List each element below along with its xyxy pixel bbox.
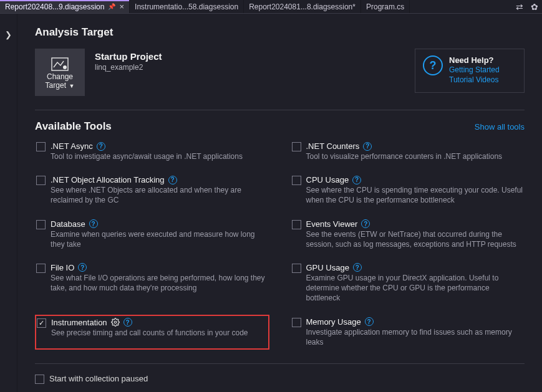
tool-desc: See where the CPU is spending time execu… — [306, 185, 524, 205]
tab-label: Report202408...9.diagsession — [5, 2, 104, 11]
dirty-indicator: * — [352, 2, 356, 11]
info-icon[interactable]: ? — [365, 317, 374, 326]
tab-label: Report2024081...8.diagsession — [249, 2, 352, 11]
tool-name: Database — [51, 219, 85, 229]
tool-database: Database ? Examine when queries were exe… — [35, 217, 269, 252]
available-tools-heading: Available Tools — [35, 120, 112, 133]
info-icon[interactable]: ? — [363, 142, 372, 151]
tab-program-cs[interactable]: Program.cs — [361, 0, 410, 13]
tool-name: File IO — [51, 263, 74, 272]
svg-point-2 — [114, 321, 117, 323]
tool-file-io: File IO ? See what File I/O operations a… — [35, 261, 269, 306]
net-counters-checkbox[interactable] — [292, 142, 301, 151]
memory-usage-checkbox[interactable] — [292, 318, 301, 327]
tab-label: Program.cs — [366, 2, 404, 11]
gear-icon[interactable]: ✿ — [527, 2, 542, 12]
svg-point-1 — [63, 65, 67, 69]
tool-desc: See precise timing and call counts of fu… — [51, 328, 248, 338]
events-viewer-checkbox[interactable] — [292, 220, 301, 229]
tool-name: CPU Usage — [306, 175, 349, 184]
help-icon[interactable]: ? — [423, 55, 443, 75]
tool-gpu-usage: GPU Usage ? Examine GPU usage in your Di… — [291, 261, 525, 306]
divider — [35, 363, 525, 364]
divider — [35, 110, 525, 110]
tab-report-8[interactable]: Report2024081...8.diagsession* — [244, 0, 361, 13]
instrumentation-checkbox[interactable] — [37, 318, 46, 328]
tool-desc: Examine when queries were executed and m… — [51, 229, 268, 249]
left-gutter: ❯ — [0, 14, 17, 392]
gpu-usage-checkbox[interactable] — [292, 264, 301, 273]
file-io-checkbox[interactable] — [36, 264, 46, 273]
show-all-tools-link[interactable]: Show all tools — [475, 122, 525, 131]
cpu-usage-checkbox[interactable] — [292, 176, 301, 185]
close-icon[interactable]: × — [119, 2, 124, 11]
tab-bar: Report202408...9.diagsession 📌 × Instrum… — [0, 0, 542, 14]
net-async-checkbox[interactable] — [36, 142, 46, 151]
startup-project-title: Startup Project — [95, 51, 162, 62]
help-title: Need Help? — [449, 55, 500, 65]
tool-name: Events Viewer — [306, 219, 358, 229]
tool-name: Memory Usage — [306, 317, 361, 327]
tool-name: .NET Async — [51, 141, 93, 151]
tool-name: .NET Counters — [306, 141, 360, 151]
tool-events-viewer: Events Viewer ? See the events (ETW or N… — [291, 217, 525, 252]
tools-grid: .NET Async ? Tool to investigate async/a… — [35, 139, 525, 350]
tool-name: Instrumentation — [51, 318, 107, 327]
tool-desc: See the events (ETW or NetTrace) that oc… — [306, 229, 524, 249]
tool-net-counters: .NET Counters ? Tool to visualize perfor… — [291, 139, 525, 164]
main-panel: Analysis Target Change Target ▼ Startup … — [17, 14, 542, 392]
pin-icon[interactable]: 📌 — [108, 3, 115, 10]
tutorial-videos-link[interactable]: Tutorial Videos — [449, 75, 500, 85]
info-icon[interactable]: ? — [352, 176, 361, 184]
tool-desc: Tool to investigate async/await usage in… — [51, 151, 243, 161]
analysis-target-heading: Analysis Target — [35, 26, 525, 39]
chevron-down-icon: ▼ — [67, 83, 74, 89]
info-icon[interactable]: ? — [78, 263, 87, 272]
tab-label: Instrumentatio...58.diagsession — [135, 2, 238, 11]
tool-name: .NET Object Allocation Tracking — [51, 175, 165, 184]
tab-report-9[interactable]: Report202408...9.diagsession 📌 × — [0, 0, 130, 13]
tool-net-async: .NET Async ? Tool to investigate async/a… — [35, 139, 269, 164]
tool-desc: Investigate application memory to find i… — [306, 327, 524, 347]
info-icon[interactable]: ? — [123, 318, 132, 327]
start-paused-checkbox[interactable] — [35, 375, 44, 384]
chevron-right-icon[interactable]: ❯ — [5, 30, 12, 392]
info-icon[interactable]: ? — [89, 219, 98, 228]
tool-name: GPU Usage — [306, 263, 349, 272]
tool-instrumentation: Instrumentation ? See precise timing and… — [35, 315, 269, 350]
info-icon[interactable]: ? — [361, 219, 370, 228]
startup-project-name: linq_example2 — [95, 63, 162, 72]
gear-icon[interactable] — [111, 318, 120, 327]
info-icon[interactable]: ? — [353, 263, 362, 272]
tool-memory-usage: Memory Usage ? Investigate application m… — [291, 315, 525, 350]
tab-instrumentation-58[interactable]: Instrumentatio...58.diagsession — [130, 0, 244, 13]
tool-desc: Examine GPU usage in your DirectX applic… — [306, 273, 524, 304]
getting-started-link[interactable]: Getting Started — [449, 65, 500, 75]
change-target-button[interactable]: Change Target ▼ — [35, 49, 85, 96]
info-icon[interactable]: ? — [97, 142, 105, 151]
tool-net-obj-alloc: .NET Object Allocation Tracking ? See wh… — [35, 173, 269, 208]
tool-cpu-usage: CPU Usage ? See where the CPU is spendin… — [291, 173, 525, 208]
tool-desc: Tool to visualize performance counters i… — [306, 151, 503, 161]
tool-desc: See where .NET Objects are allocated and… — [51, 185, 268, 205]
info-icon[interactable]: ? — [168, 176, 177, 184]
start-paused-label: Start with collection paused — [49, 374, 148, 383]
net-obj-alloc-checkbox[interactable] — [36, 176, 46, 185]
change-target-icon — [51, 57, 69, 71]
tool-desc: See what File I/O operations are being p… — [51, 273, 268, 293]
help-card: ? Need Help? Getting Started Tutorial Vi… — [415, 49, 525, 93]
tabwell-overflow-icon[interactable]: ⇄ — [512, 2, 527, 12]
database-checkbox[interactable] — [36, 220, 46, 229]
